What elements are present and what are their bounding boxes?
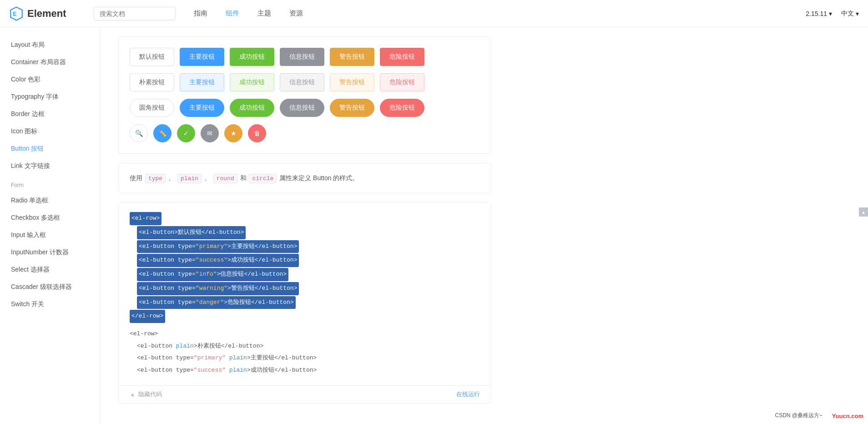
code-footer: ▲ 隐藏代码 在线运行 — [119, 385, 491, 403]
content-inner: 默认按钮 主要按钮 成功按钮 信息按钮 警告按钮 危险按钮 朴素按钮 主要按钮 … — [100, 27, 510, 413]
btn-round-default[interactable]: 圆角按钮 — [130, 99, 174, 117]
sidebar-item-button[interactable]: Button 按钮 — [0, 140, 100, 157]
code-line-6: <el-button type="warning">警告按钮</el-butto… — [137, 282, 299, 295]
btn-plain-primary[interactable]: 主要按钮 — [180, 73, 224, 91]
content-area: 默认按钮 主要按钮 成功按钮 信息按钮 警告按钮 危险按钮 朴素按钮 主要按钮 … — [100, 27, 868, 424]
yuucn-watermark: Yuucn.com — [832, 413, 863, 419]
btn-plain-default[interactable]: 朴素按钮 — [130, 73, 174, 91]
btn-round-danger[interactable]: 危险按钮 — [380, 99, 424, 117]
sidebar-item-border[interactable]: Border 边框 — [0, 106, 100, 123]
code-area: <el-row> <el-button>默认按钮</el-button> <el… — [119, 203, 491, 385]
btn-circle-edit[interactable]: ✏️ — [153, 124, 172, 142]
desc-text-before: 使用 — [130, 174, 142, 182]
edit-icon: ✏️ — [159, 130, 167, 137]
sidebar-item-radio[interactable]: Radio 单选框 — [0, 192, 100, 209]
nav-guide[interactable]: 指南 — [194, 9, 207, 18]
check-icon: ✓ — [183, 130, 189, 137]
language-selector[interactable]: 中文 ▾ — [841, 10, 859, 18]
header-right: 2.15.11 ▾ 中文 ▾ — [806, 10, 859, 18]
btn-circle-star[interactable]: ★ — [224, 124, 242, 142]
button-row-circle: 🔍 ✏️ ✓ ✉ ★ 🗑 — [130, 124, 480, 142]
scroll-up-arrow[interactable]: ▲ — [859, 207, 868, 217]
btn-plain-warning[interactable]: 警告按钮 — [330, 73, 374, 91]
desc-sep3: 和 — [240, 174, 248, 182]
sidebar-item-icon[interactable]: Icon 图标 — [0, 123, 100, 140]
message-icon: ✉ — [207, 130, 212, 137]
hide-code-button[interactable]: ▲ 隐藏代码 — [130, 390, 162, 399]
desc-sep2: 、 — [204, 174, 211, 182]
sidebar-item-layout[interactable]: Layout 布局 — [0, 36, 100, 54]
nav-resource[interactable]: 资源 — [289, 9, 303, 18]
desc-code1: type — [145, 174, 166, 183]
logo-icon: E — [9, 6, 24, 21]
code-line-8: </el-row> — [130, 310, 165, 323]
button-row-normal: 默认按钮 主要按钮 成功按钮 信息按钮 警告按钮 危险按钮 — [130, 48, 480, 66]
code-line-2: <el-button>默认按钮</el-button> — [137, 226, 246, 239]
desc-sep1: 、 — [168, 174, 175, 182]
button-demo: 默认按钮 主要按钮 成功按钮 信息按钮 警告按钮 危险按钮 朴素按钮 主要按钮 … — [118, 36, 491, 154]
btn-circle-message[interactable]: ✉ — [201, 124, 219, 142]
button-row-plain: 朴素按钮 主要按钮 成功按钮 信息按钮 警告按钮 危险按钮 — [130, 73, 480, 91]
btn-plain-success[interactable]: 成功按钮 — [230, 73, 274, 91]
sidebar-item-container[interactable]: Container 布局容器 — [0, 54, 100, 71]
right-scrollbar: ▲ — [859, 207, 868, 217]
btn-info[interactable]: 信息按钮 — [280, 48, 324, 66]
btn-danger[interactable]: 危险按钮 — [380, 48, 424, 66]
main-layout: Layout 布局 Container 布局容器 Color 色彩 Typogr… — [0, 27, 868, 424]
description-box: 使用 type 、 plain 、 round 和 circle 属性来定义 B… — [118, 163, 491, 193]
nav-component[interactable]: 组件 — [226, 9, 239, 18]
btn-round-primary[interactable]: 主要按钮 — [180, 99, 224, 117]
code-line-1: <el-row> — [130, 212, 161, 225]
desc-code2: plain — [177, 174, 202, 183]
btn-primary[interactable]: 主要按钮 — [180, 48, 224, 66]
btn-circle-delete[interactable]: 🗑 — [248, 124, 266, 142]
version-selector[interactable]: 2.15.11 ▾ — [806, 10, 832, 17]
logo[interactable]: E Element — [9, 6, 66, 21]
btn-warning[interactable]: 警告按钮 — [330, 48, 374, 66]
logo-text: Element — [27, 8, 66, 20]
btn-round-info[interactable]: 信息按钮 — [280, 99, 324, 117]
btn-round-warning[interactable]: 警告按钮 — [330, 99, 374, 117]
delete-icon: 🗑 — [254, 130, 260, 137]
triangle-up-icon: ▲ — [130, 391, 136, 398]
desc-code4: circle — [249, 174, 277, 183]
sidebar-item-typography[interactable]: Typography 字体 — [0, 88, 100, 106]
btn-round-success[interactable]: 成功按钮 — [230, 99, 274, 117]
sidebar-item-link[interactable]: Link 文字链接 — [0, 157, 100, 175]
sidebar-item-switch[interactable]: Switch 开关 — [0, 296, 100, 313]
sidebar-item-checkbox[interactable]: Checkbox 多选框 — [0, 209, 100, 227]
btn-plain-danger[interactable]: 危险按钮 — [380, 73, 424, 91]
code-line-4: <el-button type="success">成功按钮</el-butto… — [137, 254, 299, 267]
btn-plain-info[interactable]: 信息按钮 — [280, 73, 324, 91]
star-icon: ★ — [231, 130, 237, 137]
search-input[interactable] — [94, 7, 176, 20]
header: E Element 指南 组件 主题 资源 2.15.11 ▾ 中文 ▾ — [0, 0, 868, 27]
button-row-round: 圆角按钮 主要按钮 成功按钮 信息按钮 警告按钮 危险按钮 — [130, 99, 480, 117]
csdn-watermark: CSDN @桑稚远方~ — [775, 412, 823, 419]
sidebar-item-cascader[interactable]: Cascader 级联选择器 — [0, 278, 100, 296]
sidebar: Layout 布局 Container 布局容器 Color 色彩 Typogr… — [0, 27, 100, 424]
sidebar-form-group: Form — [0, 175, 100, 192]
code-block: <el-row> <el-button>默认按钮</el-button> <el… — [118, 202, 491, 403]
sidebar-item-inputnumber[interactable]: InputNumber 计数器 — [0, 244, 100, 261]
desc-code3: round — [213, 174, 237, 183]
sidebar-item-select[interactable]: Select 选择器 — [0, 261, 100, 278]
code-line-7: <el-button type="danger">危险按钮</el-button… — [137, 296, 296, 309]
desc-text-after: 属性来定义 Button 的样式。 — [279, 174, 358, 182]
code-line-3: <el-button type="primary">主要按钮</el-butto… — [137, 240, 299, 253]
sidebar-item-color[interactable]: Color 色彩 — [0, 71, 100, 88]
btn-default[interactable]: 默认按钮 — [130, 48, 174, 66]
sidebar-item-input[interactable]: Input 输入框 — [0, 227, 100, 244]
code-line-10: <el-button plain>朴素按钮</el-button> — [137, 341, 480, 352]
main-nav: 指南 组件 主题 资源 — [194, 9, 806, 18]
code-line-12: <el-button type="success" plain>成功按钮</el… — [137, 365, 480, 376]
code-line-9: <el-row> — [130, 328, 480, 340]
btn-circle-check[interactable]: ✓ — [177, 124, 195, 142]
btn-circle-search[interactable]: 🔍 — [130, 124, 148, 142]
online-run-button[interactable]: 在线运行 — [456, 390, 480, 399]
svg-text:E: E — [13, 10, 17, 17]
nav-theme[interactable]: 主题 — [257, 9, 271, 18]
code-line-11: <el-button type="primary" plain>主要按钮</el… — [137, 353, 480, 364]
search-icon: 🔍 — [135, 130, 143, 137]
btn-success[interactable]: 成功按钮 — [230, 48, 274, 66]
